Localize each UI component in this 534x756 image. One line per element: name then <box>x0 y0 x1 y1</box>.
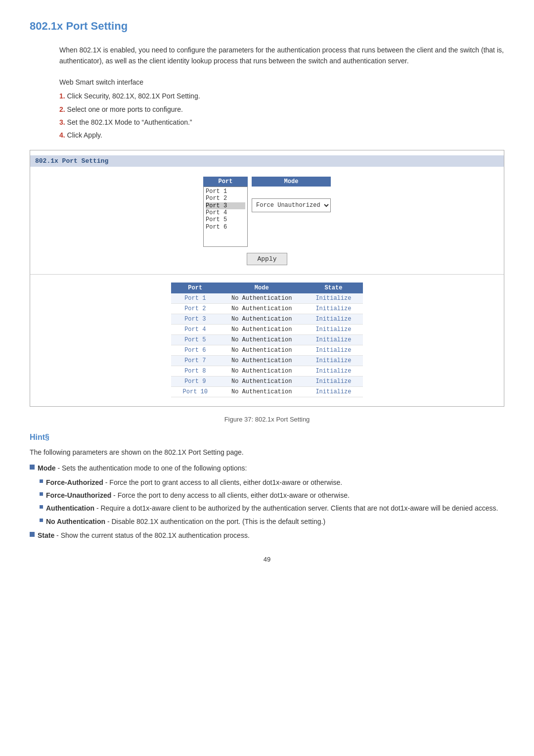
hint-sub-force-unauthorized: Force-Unauthorized - Force the port to d… <box>40 490 504 501</box>
steps-label: Web Smart switch interface <box>59 77 504 88</box>
hint-sub-no-authentication-label: No Authentication <box>46 518 105 525</box>
step-1: 1. Click Security, 802.1X, 802.1X Port S… <box>59 91 504 101</box>
table-cell-mode: No Authentication <box>220 334 304 345</box>
hint-sub-force-authorized-desc: - Force the port to grant access to all … <box>103 478 342 486</box>
hint-sub-no-authentication: No Authentication - Disable 802.1X authe… <box>40 516 504 527</box>
mode-select[interactable]: Force Unauthorized Force Authorized Auth… <box>252 198 331 212</box>
table-cell-port: Port 8 <box>171 366 220 376</box>
col-header-port: Port <box>171 283 220 293</box>
step-1-text: Click Security, 802.1X, 802.1X Port Sett… <box>67 92 200 100</box>
hint-sub-bullet-1 <box>40 479 43 483</box>
hint-sub-force-unauthorized-text: Force-Unauthorized - Force the port to d… <box>46 490 350 501</box>
hint-sub-no-authentication-text: No Authentication - Disable 802.1X authe… <box>46 516 325 527</box>
port-option-6[interactable]: Port 6 <box>206 224 245 231</box>
hint-sub-bullet-4 <box>40 519 43 522</box>
table-cell-mode: No Authentication <box>220 386 304 397</box>
page-number: 49 <box>30 556 504 563</box>
port-option-5[interactable]: Port 5 <box>206 216 245 223</box>
port-option-3[interactable]: Port 3 <box>206 202 245 209</box>
port-column: Port Port 1 Port 2 Port 3 Port 4 Port 5 … <box>203 177 248 247</box>
step-3-num: 3. <box>59 118 65 126</box>
table-row: Port 7 No Authentication Initialize <box>171 355 363 366</box>
step-2-text: Select one or more ports to configure. <box>67 105 183 113</box>
port-select[interactable]: Port 1 Port 2 Port 3 Port 4 Port 5 Port … <box>204 187 247 246</box>
step-2-num: 2. <box>59 105 65 113</box>
table-cell-state: Initialize <box>304 334 363 345</box>
hint-sub-force-authorized-label: Force-Authorized <box>46 478 103 486</box>
mode-col-header: Mode <box>252 177 331 187</box>
ui-box: 802.1x Port Setting Port Port 1 Port 2 P… <box>30 150 504 407</box>
mode-column: Mode Force Unauthorized Force Authorized… <box>252 177 331 212</box>
table-row: Port 5 No Authentication Initialize <box>171 334 363 345</box>
table-cell-state: Initialize <box>304 386 363 397</box>
table-cell-mode: No Authentication <box>220 345 304 355</box>
hint-mode-label: Mode <box>38 464 56 472</box>
hint-sub-no-authentication-desc: - Disable 802.1X authentication on the p… <box>105 518 325 525</box>
hint-mode-item: Mode - Sets the authentication mode to o… <box>30 463 504 473</box>
table-cell-port: Port 10 <box>171 386 220 397</box>
table-cell-mode: No Authentication <box>220 303 304 314</box>
step-4-text: Click Apply. <box>67 131 102 139</box>
table-cell-port: Port 5 <box>171 334 220 345</box>
hint-sub-bullet-2 <box>40 492 43 496</box>
table-cell-state: Initialize <box>304 303 363 314</box>
table-row: Port 8 No Authentication Initialize <box>171 366 363 376</box>
hint-sub-bullet-3 <box>40 505 43 509</box>
hint-mode-text: Mode - Sets the authentication mode to o… <box>38 463 247 473</box>
table-cell-state: Initialize <box>304 376 363 386</box>
table-row: Port 10 No Authentication Initialize <box>171 386 363 397</box>
table-cell-port: Port 6 <box>171 345 220 355</box>
hint-sub-force-unauthorized-label: Force-Unauthorized <box>46 491 111 499</box>
step-4-num: 4. <box>59 131 65 139</box>
hint-sub-authentication: Authentication - Require a dot1x-aware c… <box>40 503 504 514</box>
hint-state-desc: - Show the current status of the 802.1X … <box>54 531 250 539</box>
port-option-4[interactable]: Port 4 <box>206 209 245 216</box>
step-1-num: 1. <box>59 92 65 100</box>
hint-section: Hint§ The following parameters are shown… <box>30 433 504 541</box>
table-cell-port: Port 2 <box>171 303 220 314</box>
apply-btn-row: Apply <box>40 253 494 265</box>
mode-dropdown-wrapper: Force Unauthorized Force Authorized Auth… <box>252 198 331 212</box>
step-4: 4. Click Apply. <box>59 130 504 141</box>
hint-title: Hint§ <box>30 433 504 442</box>
ui-box-title: 802.1x Port Setting <box>30 155 504 167</box>
port-col-header: Port <box>203 177 248 187</box>
table-cell-port: Port 3 <box>171 314 220 324</box>
hint-mode-desc: - Sets the authentication mode to one of… <box>56 464 247 472</box>
table-cell-state: Initialize <box>304 293 363 304</box>
table-row: Port 2 No Authentication Initialize <box>171 303 363 314</box>
table-cell-mode: No Authentication <box>220 314 304 324</box>
col-header-state: State <box>304 283 363 293</box>
table-cell-mode: No Authentication <box>220 324 304 334</box>
hint-sub-force-authorized-text: Force-Authorized - Force the port to gra… <box>46 477 342 488</box>
port-option-2[interactable]: Port 2 <box>206 195 245 202</box>
divider <box>30 274 504 275</box>
page-title: 802.1x Port Setting <box>30 20 504 33</box>
hint-sub-force-authorized: Force-Authorized - Force the port to gra… <box>40 477 504 488</box>
hint-intro: The following parameters are shown on th… <box>30 447 504 458</box>
step-3-text: Set the 802.1X Mode to “Authentication.” <box>67 118 192 126</box>
table-cell-state: Initialize <box>304 355 363 366</box>
hint-state-item: State - Show the current status of the 8… <box>30 530 504 541</box>
hint-sub-authentication-text: Authentication - Require a dot1x-aware c… <box>46 503 498 514</box>
intro-text: When 802.1X is enabled, you need to conf… <box>59 45 504 67</box>
port-option-1[interactable]: Port 1 <box>206 188 245 195</box>
table-row: Port 6 No Authentication Initialize <box>171 345 363 355</box>
hint-sub-force-unauthorized-desc: - Force the port to deny access to all c… <box>111 491 350 499</box>
table-row: Port 4 No Authentication Initialize <box>171 324 363 334</box>
hint-sub-authentication-label: Authentication <box>46 504 94 512</box>
table-cell-port: Port 7 <box>171 355 220 366</box>
table-cell-state: Initialize <box>304 345 363 355</box>
table-row: Port 9 No Authentication Initialize <box>171 376 363 386</box>
hint-state-text: State - Show the current status of the 8… <box>38 530 250 541</box>
table-cell-port: Port 1 <box>171 293 220 304</box>
table-cell-state: Initialize <box>304 314 363 324</box>
table-cell-port: Port 4 <box>171 324 220 334</box>
apply-button[interactable]: Apply <box>247 253 287 265</box>
hint-state-bullet <box>30 532 35 537</box>
col-header-mode: Mode <box>220 283 304 293</box>
table-row: Port 3 No Authentication Initialize <box>171 314 363 324</box>
hint-mode-bullet <box>30 465 35 470</box>
hint-state-label: State <box>38 531 54 539</box>
port-list[interactable]: Port 1 Port 2 Port 3 Port 4 Port 5 Port … <box>203 187 248 247</box>
